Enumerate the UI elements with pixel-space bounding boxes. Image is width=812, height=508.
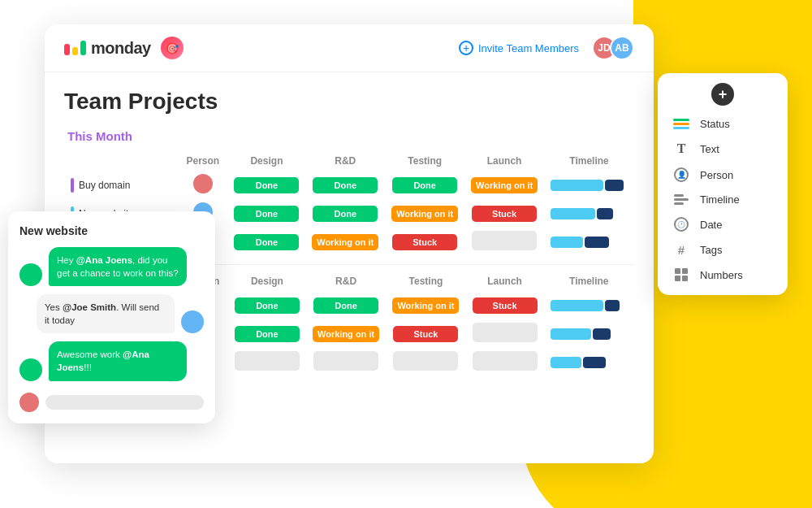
sidebar-item-status[interactable]: Status xyxy=(658,112,788,136)
col2-header-testing: Testing xyxy=(386,271,465,291)
row-design-cell: Done xyxy=(228,319,306,348)
col-header-person: Person xyxy=(178,151,228,171)
person-icon: 👤 xyxy=(672,167,690,182)
row-testing-cell: Stuck xyxy=(385,228,464,256)
logo-text: monday xyxy=(91,39,151,58)
row-design-cell: Done xyxy=(228,291,306,319)
chat-input-bar[interactable] xyxy=(45,395,204,410)
chat-footer-avatar xyxy=(19,393,39,412)
app-header: monday 🎯 + Invite Team Members JD AB xyxy=(45,24,654,72)
chat-message: Yes @Joe Smith. Will send it today xyxy=(19,294,204,333)
table-row: Buy domain Done Done Done Working on it xyxy=(64,171,634,199)
page-title: Team Projects xyxy=(64,89,634,115)
invite-team-button[interactable]: + Invite Team Members xyxy=(459,41,579,55)
chat-bubble: Yes @Joe Smith. Will send it today xyxy=(37,294,175,333)
logo-dot-yellow xyxy=(72,47,78,55)
row-timeline-cell xyxy=(544,171,634,199)
row-testing-cell: Working on it xyxy=(386,291,465,319)
sidebar-item-label: Timeline xyxy=(700,193,740,206)
row-timeline-cell xyxy=(544,291,634,319)
row-rd-cell xyxy=(306,348,386,376)
row-rd-cell: Working on it xyxy=(306,319,386,348)
col-header-launch: Launch xyxy=(464,151,544,171)
col2-header-design: Design xyxy=(228,271,306,291)
row-design-cell xyxy=(228,348,306,376)
status-icon xyxy=(672,119,690,130)
col2-header-rd: R&D xyxy=(306,271,386,291)
row-launch-cell xyxy=(464,228,544,256)
row-person-cell xyxy=(178,171,228,199)
chat-card: New website Hey @Ana Joens, did you get … xyxy=(8,211,215,423)
row-launch-cell: Stuck xyxy=(466,291,544,319)
row-testing-cell xyxy=(386,348,465,376)
row-rd-cell: Done xyxy=(305,199,385,228)
logo-dot-red xyxy=(64,44,70,55)
col2-header-launch: Launch xyxy=(466,271,544,291)
sidebar-item-label: Numbers xyxy=(700,269,743,281)
sidebar-dropdown-card: + Status T Text 👤 Person Timeline 🕐 Date… xyxy=(658,73,788,295)
col-header-rd: R&D xyxy=(305,151,385,171)
logo-circle-icon: 🎯 xyxy=(161,37,184,59)
invite-plus-icon: + xyxy=(459,41,473,55)
row-rd-cell: Working on it xyxy=(305,228,385,256)
chat-bubble: Awesome work @Ana Joens!!! xyxy=(49,341,187,380)
col-header-name xyxy=(64,151,178,171)
sidebar-item-text[interactable]: T Text xyxy=(658,136,788,162)
avatar-user2: AB xyxy=(610,36,634,60)
col2-header-timeline: Timeline xyxy=(544,271,634,291)
chat-avatar xyxy=(19,263,42,286)
chat-bubble: Hey @Ana Joens, did you get a chance to … xyxy=(49,247,187,286)
monday-logo: monday xyxy=(64,39,151,58)
sidebar-items-list: Status T Text 👤 Person Timeline 🕐 Date #… xyxy=(658,112,788,287)
row-launch-cell xyxy=(466,348,544,376)
logo-dot-green xyxy=(80,41,86,55)
sidebar-item-date[interactable]: 🕐 Date xyxy=(658,211,788,237)
row-timeline-cell xyxy=(544,319,634,348)
logo-dots xyxy=(64,41,86,55)
chat-footer xyxy=(19,393,204,412)
col-header-timeline: Timeline xyxy=(544,151,634,171)
tags-icon: # xyxy=(672,243,690,257)
chat-messages: Hey @Ana Joens, did you get a chance to … xyxy=(19,247,204,381)
chat-avatar xyxy=(19,358,42,381)
chat-message: Hey @Ana Joens, did you get a chance to … xyxy=(19,247,204,286)
numbers-icon xyxy=(672,268,690,281)
row-design-cell: Done xyxy=(228,228,306,256)
sidebar-add-button[interactable]: + xyxy=(711,83,734,106)
section1-label: This Month xyxy=(64,129,634,143)
row-timeline-cell xyxy=(544,228,634,256)
row-rd-cell: Done xyxy=(305,171,385,199)
invite-label: Invite Team Members xyxy=(478,42,579,54)
col-header-testing: Testing xyxy=(385,151,464,171)
avatar-group: JD AB xyxy=(592,36,634,60)
sidebar-item-label: Person xyxy=(700,169,733,181)
row-testing-cell: Stuck xyxy=(386,319,465,348)
sidebar-item-label: Status xyxy=(700,118,730,130)
logo-area: monday 🎯 xyxy=(64,37,184,59)
row-name-cell: Buy domain xyxy=(64,171,178,199)
row-timeline-cell xyxy=(544,348,634,376)
row-design-cell: Done xyxy=(228,171,306,199)
row-design-cell: Done xyxy=(228,199,306,228)
sidebar-item-tags[interactable]: # Tags xyxy=(658,237,788,263)
sidebar-item-label: Date xyxy=(700,219,722,231)
text-icon: T xyxy=(672,141,690,156)
row-timeline-cell xyxy=(544,199,634,228)
col-header-design: Design xyxy=(228,151,306,171)
sidebar-add-button-wrap: + xyxy=(658,83,788,106)
sidebar-item-person[interactable]: 👤 Person xyxy=(658,162,788,188)
date-icon: 🕐 xyxy=(672,217,690,232)
sidebar-item-numbers[interactable]: Numbers xyxy=(658,263,788,287)
chat-title: New website xyxy=(19,224,204,237)
chat-message: Awesome work @Ana Joens!!! xyxy=(19,341,204,380)
sidebar-item-timeline[interactable]: Timeline xyxy=(658,188,788,211)
row-launch-cell xyxy=(466,319,544,348)
row-rd-cell: Done xyxy=(306,291,386,319)
row-launch-cell: Stuck xyxy=(464,199,544,228)
row-testing-cell: Done xyxy=(385,171,464,199)
chat-avatar xyxy=(181,310,204,333)
timeline-icon xyxy=(672,194,690,205)
sidebar-item-label: Text xyxy=(700,143,719,155)
table-header-row: Person Design R&D Testing Launch Timelin… xyxy=(64,151,634,171)
row-launch-cell: Working on it xyxy=(464,171,544,199)
